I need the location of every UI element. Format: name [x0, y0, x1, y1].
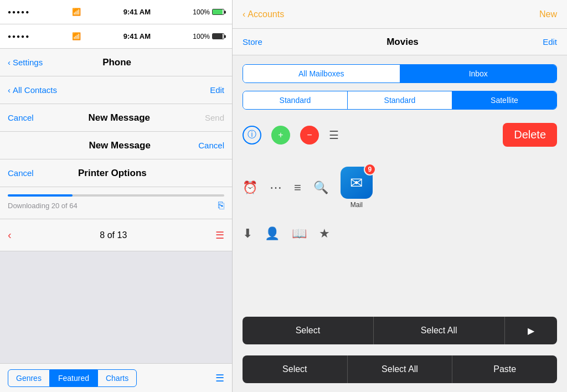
settings-back-label: Settings [13, 58, 43, 67]
map-segmented-control: Standard Standard Satellite [243, 91, 557, 110]
progress-label: Downloading 20 of 64 [8, 202, 78, 210]
store-button[interactable]: Store [243, 37, 262, 47]
movies-title: Movies [386, 37, 419, 48]
mail-icon-wrapper: ✉ 9 Mail [341, 167, 373, 209]
progress-fill [8, 194, 73, 197]
clock-icon[interactable]: ⏰ [243, 180, 257, 195]
right-panel: ‹ Accounts New Store Movies Edit All Mai… [233, 0, 567, 392]
battery-percent-1: 100% [193, 8, 210, 16]
chevron-left-icon-contacts: ‹ [8, 85, 11, 95]
new-message-nav-2: New Message Cancel [0, 132, 232, 159]
accounts-nav-bar: ‹ Accounts New [233, 0, 567, 29]
wifi-icon-1: 📶 [72, 8, 81, 16]
book-icon[interactable]: 📖 [292, 226, 307, 241]
search-icon[interactable]: 🔍 [313, 180, 328, 195]
page-indicator: 8 of 13 [100, 230, 127, 240]
right-content: All Mailboxes Inbox Standard Standard Sa… [233, 55, 567, 392]
add-icon[interactable]: + [271, 126, 290, 145]
all-contacts-label: All Contacts [13, 85, 57, 95]
printer-cancel-button[interactable]: Cancel [8, 168, 34, 178]
left-panel: ●●●●● 📶 9:41 AM 100% ●●●●● 📶 9:41 AM 100… [0, 0, 233, 392]
tabs-list-icon[interactable]: ☰ [215, 372, 224, 384]
new-message-nav-1: Cancel New Message Send [0, 104, 232, 132]
remove-icon[interactable]: − [300, 126, 319, 145]
printer-nav-bar: Cancel Printer Options [0, 159, 232, 187]
action-bar-2: Select Select All Paste [243, 355, 557, 383]
wifi-icon-2: 📶 [72, 32, 81, 40]
time-1: 9:41 AM [123, 8, 151, 16]
accounts-label: Accounts [248, 9, 284, 19]
new-message-title-2: New Message [89, 140, 151, 151]
send-button[interactable]: Send [205, 113, 224, 122]
status-bar-2: ●●●●● 📶 9:41 AM 100% [0, 24, 232, 49]
chevron-left-accounts-icon: ‹ [243, 9, 245, 19]
paste-button[interactable]: Paste [452, 355, 557, 383]
compose-icon[interactable]: ⎘ [218, 200, 224, 212]
mailbox-segmented-control: All Mailboxes Inbox [243, 64, 557, 83]
more-icon[interactable]: ⋯ [270, 180, 282, 195]
inbox-tab[interactable]: Inbox [400, 65, 557, 82]
select-button-2[interactable]: Select [243, 355, 348, 383]
accounts-back-button[interactable]: ‹ Accounts [243, 9, 284, 19]
contacts-nav-bar: ‹ All Contacts Edit [0, 76, 232, 104]
prev-page-button[interactable]: ‹ [8, 229, 12, 241]
signal-dots-2: ●●●●● [8, 33, 30, 39]
contact-icon[interactable]: 👤 [265, 226, 280, 241]
mail-app-section: ✉ 9 Mail [341, 163, 373, 212]
battery-percent-2: 100% [193, 33, 210, 40]
signal-dots-1: ●●●●● [8, 9, 30, 15]
movies-nav-bar: Store Movies Edit [233, 29, 567, 55]
bottom-tab-bar: Genres Featured Charts ☰ [0, 363, 232, 392]
battery-1: 100% [193, 8, 224, 16]
featured-tab[interactable]: Featured [50, 369, 97, 387]
star-icon[interactable]: ★ [319, 226, 330, 241]
all-contacts-back-button[interactable]: ‹ All Contacts [8, 85, 57, 95]
utility-icons-row: ⏰ ⋯ ≡ 🔍 ✉ 9 Mail [243, 160, 557, 215]
settings-nav-bar: ‹ Settings Phone [0, 49, 232, 76]
list-detail-icon[interactable]: ≡ [294, 180, 301, 195]
new-message-title-1: New Message [89, 112, 151, 123]
mail-badge: 9 [364, 163, 376, 176]
action-bar-1: Select Select All ▶ [243, 317, 557, 344]
standard-tab-1[interactable]: Standard [243, 91, 347, 109]
select-all-button-1[interactable]: Select All [374, 317, 505, 344]
new-message-cancel-button-1[interactable]: Cancel [8, 113, 34, 122]
status-bar-1: ●●●●● 📶 9:41 AM 100% [0, 0, 232, 24]
battery-icon-1 [212, 9, 224, 15]
utility-icons-row-2: ⬇ 👤 📖 ★ [243, 223, 557, 244]
battery-icon-2 [212, 33, 224, 39]
new-button[interactable]: New [539, 9, 557, 19]
time-2: 9:41 AM [123, 32, 151, 40]
all-mailboxes-tab[interactable]: All Mailboxes [243, 65, 400, 82]
charts-tab[interactable]: Charts [97, 369, 137, 387]
hamburger-icon[interactable]: ☰ [329, 128, 339, 142]
download-icon[interactable]: ⬇ [243, 226, 252, 241]
list-icon[interactable]: ☰ [215, 229, 224, 241]
chevron-left-icon: ‹ [8, 58, 11, 67]
settings-back-button[interactable]: ‹ Settings [8, 58, 43, 67]
progress-section: Downloading 20 of 64 ⎘ [0, 187, 232, 219]
battery-2: 100% [193, 33, 224, 40]
info-icon[interactable]: ⓘ [243, 126, 261, 145]
settings-nav-title: Phone [102, 57, 131, 68]
progress-label-row: Downloading 20 of 64 ⎘ [8, 200, 224, 212]
mail-app-label: Mail [350, 201, 363, 209]
forward-button[interactable]: ▶ [505, 317, 557, 344]
standard-tab-2[interactable]: Standard [347, 91, 452, 109]
delete-button[interactable]: Delete [503, 123, 557, 147]
satellite-tab[interactable]: Satellite [452, 91, 556, 109]
select-all-button-2[interactable]: Select All [348, 355, 453, 383]
edit-button[interactable]: Edit [543, 37, 557, 47]
icon-actions-row: ⓘ + − ☰ Delete [243, 117, 557, 152]
contacts-edit-button[interactable]: Edit [210, 85, 224, 95]
printer-options-title: Printer Options [78, 168, 147, 179]
new-message-cancel-button-2[interactable]: Cancel [198, 141, 224, 150]
pagination-section: ‹ 8 of 13 ☰ [0, 219, 232, 251]
progress-bar [8, 194, 224, 197]
select-button-1[interactable]: Select [243, 317, 374, 344]
genres-tab[interactable]: Genres [8, 369, 50, 387]
